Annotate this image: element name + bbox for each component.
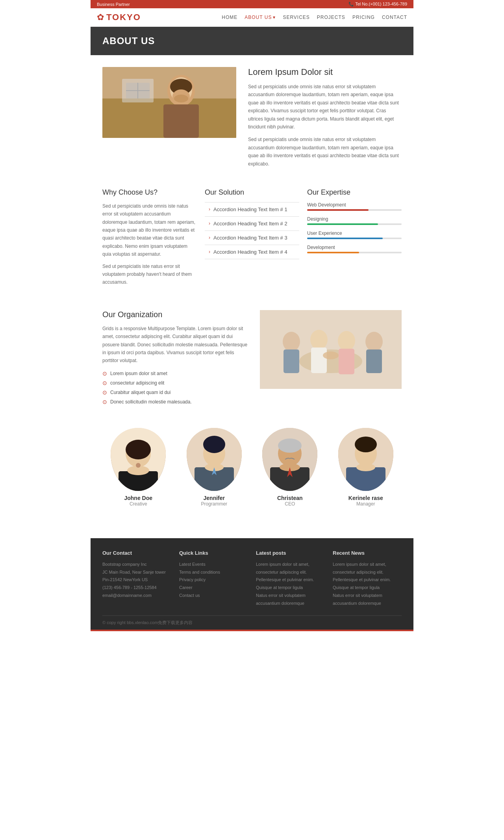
solution-heading: Our Solution <box>205 188 299 197</box>
phone-number: 📞 Tel No.(+001) 123-456-789 <box>348 2 407 7</box>
team-role-2: Programmer <box>178 501 250 507</box>
org-list-item-4: ⊙ Donec sollicitudin molestie malesuada. <box>102 399 248 405</box>
team-role-4: Manager <box>330 501 402 507</box>
about-text: Lorem Ipsum Dolor sit Sed ut perspiciati… <box>248 67 402 173</box>
footer-news-3: Natus error sit voluptatem accusantium d… <box>333 592 402 608</box>
team-role-3: CEO <box>254 501 326 507</box>
accordion-label-4: Accordion Heading Text Item # 4 <box>213 249 287 255</box>
svg-point-39 <box>278 439 302 453</box>
footer-link-terms[interactable]: Terms and conditions <box>179 569 248 576</box>
footer-latest-posts: Latest posts Lorem ipsum dolor sit amet,… <box>256 550 325 608</box>
expertise-heading: Our Expertise <box>307 188 402 197</box>
team-member-2: Jennifer Programmer <box>178 428 250 507</box>
team-name-2: Jennifer <box>178 495 250 501</box>
nav-projects[interactable]: PROJECTS <box>317 15 345 20</box>
expertise-web: Web Development <box>307 202 402 211</box>
accordion-item-1[interactable]: › Accordion Heading Text Item # 1 <box>205 202 299 216</box>
accordion-item-2[interactable]: › Accordion Heading Text Item # 2 <box>205 216 299 230</box>
team-member-3: Christean CEO <box>254 428 326 507</box>
footer-link-career[interactable]: Career <box>179 584 248 592</box>
footer-company: Bootstrap company Inc <box>102 561 171 569</box>
nav-contact[interactable]: CONTACT <box>382 15 407 20</box>
logo-icon: ✿ <box>97 12 104 22</box>
nav-pricing[interactable]: PRICING <box>352 15 375 20</box>
about-heading: Lorem Ipsum Dolor sit <box>248 67 402 77</box>
footer-email: email@domainname.com <box>102 592 171 600</box>
footer-quicklinks-list: Latest Events Terms and conditions Priva… <box>179 561 248 600</box>
why-para1: Sed ut perspiciatis unde omnis iste natu… <box>102 202 197 258</box>
footer-contact-heading: Our Contact <box>102 550 171 556</box>
header: ✿ TOKYO HOME ABOUT US ▾ SERVICES PROJECT… <box>91 8 413 27</box>
svg-rect-23 <box>260 310 402 389</box>
avatar-3 <box>262 428 317 491</box>
about-image <box>102 67 236 138</box>
svg-point-26 <box>126 440 151 459</box>
avatar-3-svg <box>262 428 317 491</box>
top-bar: Business Partner 📞 Tel No.(+001) 123-456… <box>91 0 413 8</box>
footer-address2: Pin-21542 NewYork US <box>102 576 171 584</box>
about-para1: Sed ut perspiciatis unde omnis iste natu… <box>248 83 402 131</box>
accordion: › Accordion Heading Text Item # 1 › Acco… <box>205 202 299 259</box>
svg-rect-3 <box>163 104 199 138</box>
avatar-2 <box>187 428 242 491</box>
expertise-col: Our Expertise Web Development Designing … <box>307 188 402 290</box>
list-icon-1: ⊙ <box>102 370 107 377</box>
footer-link-contact[interactable]: Contact us <box>179 592 248 600</box>
accordion-arrow-2: › <box>209 221 210 226</box>
expertise-dev: Development <box>307 245 402 253</box>
footer-cols: Our Contact Bootstrap company Inc JC Mai… <box>102 550 402 608</box>
why-heading: Why Choose Us? <box>102 188 197 197</box>
avatar-2-svg <box>187 428 242 491</box>
footer-link-privacy[interactable]: Privacy policy <box>179 576 248 584</box>
org-text: Our Organization Grids is a responsive M… <box>102 310 248 408</box>
footer-address1: JC Main Road, Near Sanje tower <box>102 569 171 576</box>
footer-link-events[interactable]: Latest Events <box>179 561 248 569</box>
footer-recent-news: Recent News Lorem ipsum dolor sit amet, … <box>333 550 402 608</box>
logo[interactable]: ✿ TOKYO <box>97 12 141 22</box>
footer-news-heading: Recent News <box>333 550 402 556</box>
expertise-design-label: Designing <box>307 216 402 222</box>
expertise-ux: User Experience <box>307 230 402 239</box>
expertise-ux-bar-bg <box>307 238 402 239</box>
expertise-ux-bar <box>307 238 383 239</box>
list-icon-3: ⊙ <box>102 389 107 396</box>
svg-point-45 <box>355 437 377 452</box>
brand-name: Business Partner <box>97 2 130 7</box>
list-icon-2: ⊙ <box>102 380 107 386</box>
accordion-arrow-3: › <box>209 235 210 240</box>
org-para: Grids is a responsive Multipurpose Templ… <box>102 325 248 365</box>
team-member-4: Kerinele rase Manager <box>330 428 402 507</box>
footer-bottom: © copy right bbs.xlenlao.com免费下载更多内容 <box>102 615 402 626</box>
nav-home[interactable]: HOME <box>222 15 237 20</box>
svg-point-33 <box>203 436 225 453</box>
expertise-dev-label: Development <box>307 245 402 250</box>
footer-phone: (123) 456-789 - 1255-12584 <box>102 584 171 592</box>
accordion-item-3[interactable]: › Accordion Heading Text Item # 3 <box>205 230 299 245</box>
expertise-design-bar <box>307 223 378 225</box>
about-image-svg <box>102 67 236 138</box>
avatar-1 <box>111 428 166 491</box>
footer-post-1: Lorem ipsum dolor sit amet, consectetur … <box>256 561 325 576</box>
nav-about[interactable]: ABOUT US ▾ <box>245 15 276 20</box>
org-heading: Our Organization <box>102 310 248 319</box>
svg-point-7 <box>174 95 188 102</box>
footer-quicklinks-heading: Quick Links <box>179 550 248 556</box>
svg-point-46 <box>356 463 375 471</box>
our-solution-col: Our Solution › Accordion Heading Text It… <box>205 188 299 290</box>
org-list: ⊙ Lorem ipsum dolor sit amet ⊙ consectet… <box>102 370 248 405</box>
expertise-web-label: Web Development <box>307 202 402 208</box>
nav-services[interactable]: SERVICES <box>283 15 309 20</box>
org-list-item-1: ⊙ Lorem ipsum dolor sit amet <box>102 370 248 377</box>
red-bottom-bar <box>91 630 413 631</box>
accordion-item-4[interactable]: › Accordion Heading Text Item # 4 <box>205 245 299 259</box>
footer-posts-heading: Latest posts <box>256 550 325 556</box>
main-nav: HOME ABOUT US ▾ SERVICES PROJECTS PRICIN… <box>222 15 407 20</box>
copyright: © copy right bbs.xlenlao.com免费下载更多内容 <box>102 620 193 626</box>
footer-post-2: Pellentesque et pulvinar enim. Quisque a… <box>256 576 325 592</box>
page-title: ABOUT US <box>102 35 402 46</box>
org-list-item-3: ⊙ Curabitur aliquet quam id dui <box>102 389 248 396</box>
footer-news-2: Pellentesque et pulvinar enim. Quisque a… <box>333 576 402 592</box>
org-image <box>260 310 402 389</box>
footer-post-3: Natus error sit voluptatem accusantium d… <box>256 592 325 608</box>
accordion-arrow-1: › <box>209 206 210 212</box>
